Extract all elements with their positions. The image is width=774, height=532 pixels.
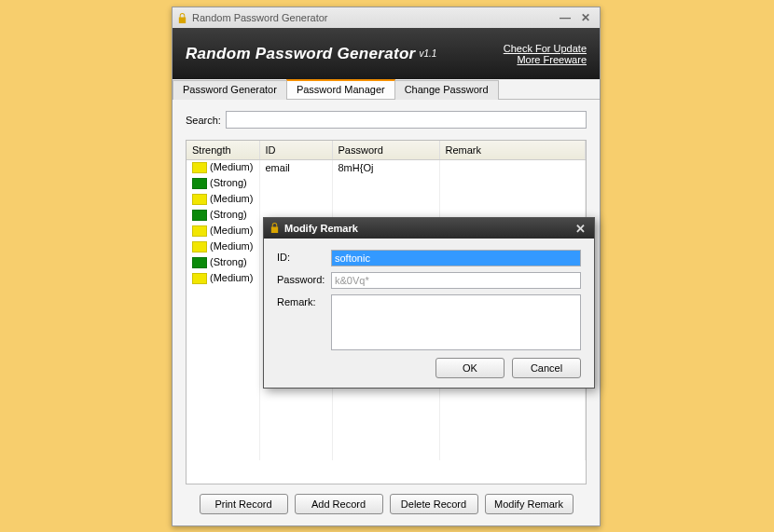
dialog-title: Modify Remark (284, 223, 358, 234)
password-label: Password: (277, 272, 331, 285)
search-row: Search: (186, 111, 587, 129)
password-input (331, 272, 581, 289)
modify-remark-button[interactable]: Modify Remark (485, 494, 574, 514)
ok-button[interactable]: OK (435, 358, 504, 378)
remark-input[interactable] (331, 294, 581, 350)
table-row[interactable]: (Medium) (187, 191, 586, 207)
app-version: v1.1 (420, 48, 437, 59)
table-row[interactable]: (Strong) (187, 175, 586, 191)
delete-record-button[interactable]: Delete Record (390, 494, 478, 514)
add-record-button[interactable]: Add Record (295, 494, 383, 514)
titlebar[interactable]: Random Password Generator — ✕ (173, 7, 600, 28)
tab-password-generator[interactable]: Password Generator (173, 80, 287, 100)
close-button[interactable]: ✕ (575, 10, 596, 25)
tab-password-manager[interactable]: Password Manager (286, 79, 395, 99)
more-freeware-link[interactable]: More Freeware (504, 54, 587, 65)
id-label: ID: (277, 250, 331, 263)
search-input[interactable] (226, 111, 587, 129)
col-password[interactable]: Password (332, 141, 439, 159)
minimize-button[interactable]: — (555, 10, 575, 25)
lock-icon (270, 222, 280, 236)
tab-bar: Password Generator Password Manager Chan… (173, 79, 600, 100)
dialog-titlebar[interactable]: Modify Remark ✕ (264, 218, 594, 239)
col-strength[interactable]: Strength (187, 141, 259, 159)
modify-remark-dialog: Modify Remark ✕ ID: Password: Remark: OK… (263, 217, 595, 389)
col-remark[interactable]: Remark (439, 141, 586, 159)
remark-label: Remark: (277, 294, 331, 307)
window-title: Random Password Generator (192, 12, 328, 23)
check-update-link[interactable]: Check For Update (504, 43, 587, 54)
lock-icon (176, 11, 187, 24)
dialog-body: ID: Password: Remark: OK Cancel (264, 239, 594, 388)
print-record-button[interactable]: Print Record (200, 494, 288, 514)
dialog-close-button[interactable]: ✕ (572, 222, 588, 236)
table-row[interactable]: (Medium)email8mH{Oj (187, 159, 586, 175)
banner-links: Check For Update More Freeware (504, 43, 587, 65)
footer-buttons: Print Record Add Record Delete Record Mo… (186, 484, 587, 518)
id-input[interactable] (331, 250, 581, 266)
tab-change-password[interactable]: Change Password (394, 80, 499, 100)
search-label: Search: (186, 115, 221, 126)
app-title: Random Password Generator (186, 45, 416, 63)
cancel-button[interactable]: Cancel (512, 358, 581, 378)
banner: Random Password Generator v1.1 Check For… (173, 28, 600, 79)
col-id[interactable]: ID (259, 141, 332, 159)
